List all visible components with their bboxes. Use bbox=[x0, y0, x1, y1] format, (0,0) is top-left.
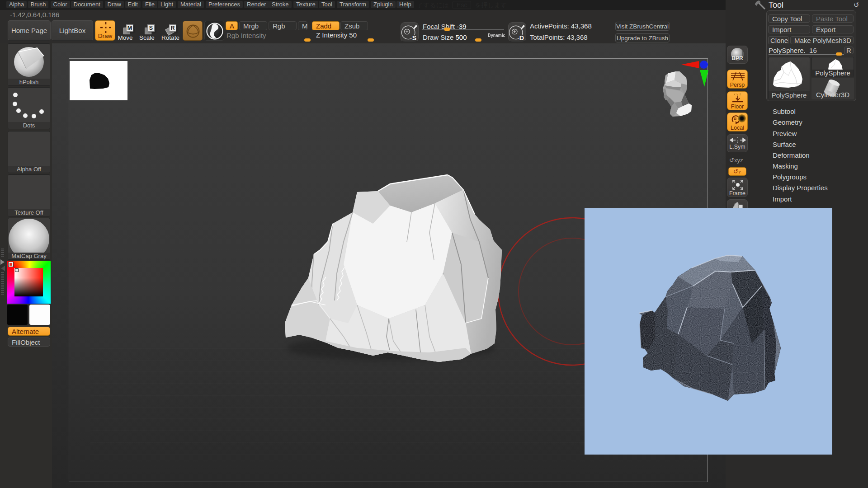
svg-text:S: S bbox=[412, 34, 417, 42]
svg-text:D: D bbox=[519, 34, 524, 42]
